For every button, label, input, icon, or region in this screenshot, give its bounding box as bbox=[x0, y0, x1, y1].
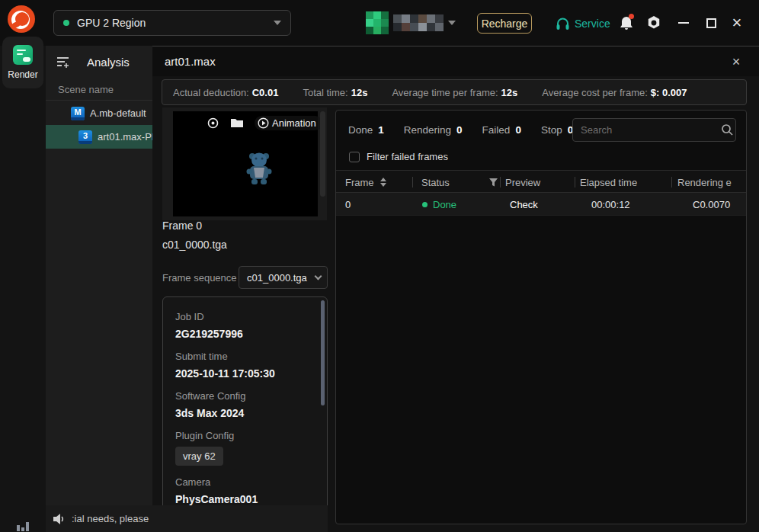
cell-rendering-expense: C0.0070 bbox=[693, 193, 730, 216]
app-window: GPU 2 Region Recharge Service bbox=[0, 0, 759, 532]
left-rail bbox=[0, 46, 46, 532]
frame-sequence-select[interactable]: c01_0000.tga bbox=[239, 266, 328, 289]
region-selector[interactable]: GPU 2 Region bbox=[53, 10, 291, 36]
close-tab-button[interactable] bbox=[727, 53, 745, 71]
notification-badge bbox=[629, 14, 634, 19]
table-row[interactable]: 0 Done Check 00:00:12 C0.0070 bbox=[336, 193, 746, 216]
scene-row-amb[interactable]: M A.mb-default bbox=[46, 101, 152, 125]
service-label: Service bbox=[575, 18, 610, 30]
statistics-button[interactable] bbox=[13, 517, 33, 532]
window-minimize-button[interactable] bbox=[673, 15, 694, 30]
detail-panel: art01.max Actual deduction:C0.01 Total t… bbox=[152, 46, 759, 532]
search-box bbox=[572, 118, 736, 142]
cell-elapsed-time: 00:00:12 bbox=[591, 193, 630, 216]
headphones-icon bbox=[556, 17, 570, 30]
divider bbox=[46, 100, 152, 101]
sort-icon[interactable] bbox=[380, 178, 386, 187]
scene-name-column-header: Scene name bbox=[58, 84, 114, 95]
character-thumbnail bbox=[246, 151, 272, 194]
detail-tab-bar: art01.max bbox=[152, 46, 759, 76]
detail-tab-title: art01.max bbox=[165, 55, 216, 68]
search-input[interactable] bbox=[575, 124, 721, 136]
region-selector-value: GPU 2 Region bbox=[77, 17, 274, 29]
chevron-down-icon bbox=[448, 21, 456, 25]
job-info-card: Job ID 2G219257996 Submit time 2025-10-1… bbox=[162, 296, 328, 524]
locate-frame-icon[interactable] bbox=[207, 117, 219, 130]
plugin-tag: vray 62 bbox=[175, 447, 223, 466]
analysis-header: Analysis bbox=[46, 46, 152, 78]
stat-avg-time: Average time per frame:12s bbox=[392, 85, 517, 99]
app-logo-icon bbox=[8, 5, 35, 33]
tab-analysis[interactable]: Analysis bbox=[87, 56, 130, 69]
max-icon: 3 bbox=[78, 130, 92, 144]
window-close-button[interactable] bbox=[726, 12, 748, 34]
notice-text: :ial needs, please bbox=[72, 513, 149, 524]
submit-time-label: Submit time bbox=[175, 351, 315, 362]
collapse-list-icon[interactable] bbox=[56, 56, 70, 68]
chevron-down-icon bbox=[315, 273, 322, 280]
scene-row-art01[interactable]: 3 art01.max-Ph bbox=[46, 125, 152, 149]
notice-marquee: :ial needs, please bbox=[46, 505, 328, 532]
scene-label: A.mb-default bbox=[90, 107, 146, 119]
speaker-icon bbox=[52, 513, 66, 525]
filter-failed-label: Filter failed frames bbox=[367, 151, 448, 162]
column-elapsed-time: Elapsed time bbox=[580, 171, 637, 193]
scene-label: art01.max-Ph bbox=[98, 131, 152, 143]
software-config-label: Software Config bbox=[175, 390, 315, 402]
frame-sequence-label: Frame sequence bbox=[162, 272, 237, 284]
username-redacted bbox=[393, 14, 444, 31]
job-id-value: 2G219257996 bbox=[175, 328, 315, 340]
check-preview-link[interactable]: Check bbox=[510, 193, 538, 216]
table-header: Frame Status Preview Elapsed time Render… bbox=[336, 170, 746, 193]
settings-button[interactable] bbox=[645, 14, 662, 31]
animation-button[interactable]: Animation bbox=[255, 116, 322, 130]
frames-table-card: Done1 Rendering0 Failed0 Stop0 bbox=[335, 110, 747, 524]
render-icon bbox=[13, 45, 33, 65]
avatar bbox=[366, 11, 389, 34]
count-failed: Failed0 bbox=[482, 123, 521, 136]
frame-number-label: Frame 0 bbox=[162, 220, 202, 232]
recharge-button[interactable]: Recharge bbox=[477, 13, 532, 34]
column-frame[interactable]: Frame bbox=[345, 171, 386, 193]
window-maximize-button[interactable] bbox=[700, 15, 722, 30]
submit-time-value: 2025-10-11 17:05:30 bbox=[175, 367, 315, 380]
service-button[interactable]: Service bbox=[556, 13, 610, 34]
status-done-dot bbox=[422, 202, 428, 207]
filter-funnel-icon[interactable] bbox=[489, 178, 498, 187]
open-folder-icon[interactable] bbox=[230, 117, 244, 129]
job-id-label: Job ID bbox=[175, 311, 315, 322]
analysis-panel: Analysis Scene name M A.mb-default 3 art… bbox=[46, 46, 152, 532]
search-icon[interactable] bbox=[721, 123, 734, 136]
count-stop: Stop0 bbox=[541, 123, 573, 136]
plugin-config-label: Plugin Config bbox=[175, 430, 315, 441]
frame-preview-box: Animation bbox=[162, 107, 327, 220]
software-config-value: 3ds Max 2024 bbox=[175, 407, 315, 419]
column-scrollbar[interactable] bbox=[320, 111, 325, 197]
filter-failed-row: Filter failed frames bbox=[349, 151, 448, 162]
stats-bar: Actual deduction:C0.01 Total time:12s Av… bbox=[162, 79, 747, 105]
camera-value: PhysCamera001 bbox=[175, 493, 315, 505]
maya-icon: M bbox=[71, 107, 85, 120]
notification-bell-button[interactable] bbox=[617, 14, 636, 32]
frame-file-name: c01_0000.tga bbox=[162, 239, 227, 251]
user-menu[interactable] bbox=[366, 11, 456, 35]
cell-frame: 0 bbox=[345, 193, 351, 216]
chevron-down-icon bbox=[274, 21, 281, 25]
stat-total-time: Total time:12s bbox=[303, 85, 367, 99]
column-rendering-expenses: Rendering e bbox=[677, 171, 732, 193]
nav-item-render[interactable]: Render bbox=[2, 37, 43, 88]
frame-counts: Done1 Rendering0 Failed0 Stop0 bbox=[348, 123, 573, 136]
stat-actual-deduction: Actual deduction:C0.01 bbox=[173, 85, 278, 99]
camera-label: Camera bbox=[175, 476, 315, 488]
job-card-scrollbar[interactable] bbox=[321, 300, 325, 405]
animation-label: Animation bbox=[272, 117, 316, 129]
count-rendering: Rendering0 bbox=[404, 123, 463, 136]
frame-sequence-value: c01_0000.tga bbox=[247, 272, 315, 284]
column-preview: Preview bbox=[505, 171, 540, 193]
play-icon bbox=[258, 117, 269, 129]
filter-failed-checkbox[interactable] bbox=[349, 152, 360, 162]
stat-avg-cost: Average cost per frame:$: 0.007 bbox=[542, 85, 687, 99]
column-status[interactable]: Status bbox=[421, 171, 498, 193]
render-nav-label: Render bbox=[8, 69, 37, 80]
count-done: Done1 bbox=[348, 123, 384, 136]
